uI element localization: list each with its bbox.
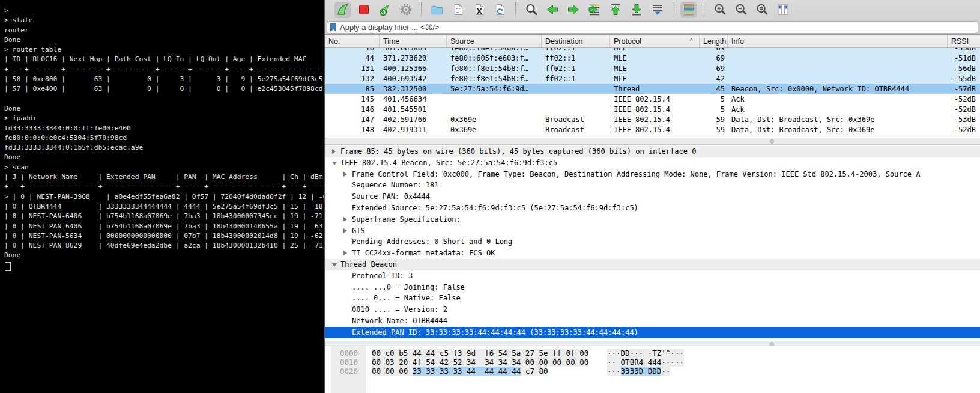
cell-time: 400.125366: [380, 64, 447, 73]
detail-row[interactable]: IEEE 802.15.4 Beacon, Src: 5e:27:5a:54:f…: [325, 157, 980, 169]
close-file-button[interactable]: [471, 2, 487, 18]
cell-source: 0x369e: [447, 126, 542, 134]
capture-start-button[interactable]: [334, 2, 351, 18]
cell-rssi: -56dB: [948, 64, 980, 73]
expand-arrow-icon[interactable]: [332, 149, 336, 154]
cell-no: 145: [325, 95, 380, 103]
reload-file-button[interactable]: [492, 2, 508, 18]
detail-row[interactable]: Pending Addresses: 0 Short and 0 Long: [325, 236, 980, 248]
zoom-in-button[interactable]: [712, 2, 728, 18]
detail-row[interactable]: Source PAN: 0x4444: [325, 191, 980, 203]
packet-row[interactable]: 131400.125366fe80::f8e1:54b8:f…ff02::1ML…: [325, 63, 980, 73]
column-header-rssi[interactable]: RSSI: [948, 35, 980, 47]
cell-time: 401.456634: [380, 95, 447, 103]
detail-row[interactable]: .... 0... = Native: False: [325, 293, 980, 304]
splitter-handle-icon[interactable]: [770, 342, 774, 346]
packet-row[interactable]: 145401.456634IEEE 802.15.45Ack-52dB: [325, 94, 980, 104]
expand-arrow-icon[interactable]: [343, 251, 347, 255]
auto-scroll-icon: [650, 2, 665, 17]
terminal-line: > scan: [4, 163, 324, 172]
ascii-bytes: ···DD··· ·TZ'^···: [607, 349, 684, 358]
detail-row[interactable]: TI CC24xx-format metadata: FCS OK: [325, 248, 980, 259]
detail-row[interactable]: Frame Control Field: 0xc000, Frame Type:…: [325, 169, 980, 180]
detail-text: Protocol ID: 3: [325, 270, 413, 282]
column-header-protocol[interactable]: Protocol^: [610, 35, 700, 47]
cell-protocol: MLE: [610, 54, 700, 62]
detail-row[interactable]: Frame 85: 45 bytes on wire (360 bits), 4…: [325, 146, 980, 157]
terminal-window[interactable]: > > state router Done > router table | I…: [0, 0, 324, 393]
cell-length: 69: [700, 48, 728, 52]
column-header-length[interactable]: Length: [700, 35, 728, 47]
cell-info: Ack: [728, 105, 948, 114]
cell-time: 371.273620: [380, 54, 447, 62]
arrow-up-icon: [608, 2, 623, 17]
detail-row[interactable]: GTS: [325, 225, 980, 237]
go-forward-button[interactable]: [565, 2, 581, 18]
open-file-button[interactable]: [429, 2, 445, 18]
folder-icon: [430, 2, 444, 17]
go-last-packet-button[interactable]: [628, 2, 644, 18]
collapse-arrow-icon[interactable]: [332, 162, 337, 165]
display-filter-input[interactable]: Apply a display filter ... <⌘/>: [327, 21, 978, 34]
zoom-out-button[interactable]: [733, 2, 749, 18]
cell-source: fe80::f8e1:54b8:f…: [447, 75, 542, 83]
ascii-bytes: ·· OTBR4 444·····: [607, 358, 684, 367]
packet-row[interactable]: 147402.5917660x369eBroadcastIEEE 802.15.…: [325, 114, 980, 124]
find-packet-button[interactable]: [523, 2, 539, 18]
terminal-line: fd33:3333:3344:0:0:ff:fe00:e400: [4, 124, 324, 133]
cell-destination: Broadcast: [542, 115, 610, 124]
column-header-source[interactable]: Source: [447, 35, 542, 47]
capture-restart-button[interactable]: [377, 2, 393, 18]
capture-stop-button[interactable]: [355, 2, 372, 18]
resize-columns-button[interactable]: [775, 2, 791, 18]
expand-arrow-icon[interactable]: [343, 172, 347, 177]
hex-row[interactable]: 0020 00 00 00 33 33 33 33 44 44 44 44 c7…: [325, 367, 980, 376]
arrow-down-icon: [629, 2, 644, 17]
packet-row[interactable]: 44371.273620fe80::605f:e603:f…ff02::1MLE…: [325, 53, 980, 63]
hex-row[interactable]: 0010 00 03 20 4f 54 42 52 34 34 34 34 00…: [325, 358, 980, 367]
column-header-time[interactable]: Time: [380, 35, 447, 47]
save-file-button[interactable]: [450, 2, 466, 18]
collapse-arrow-icon[interactable]: [332, 263, 337, 267]
detail-row[interactable]: .... ...0 = Joining: False: [325, 282, 980, 293]
hex-offset: 0020: [340, 367, 358, 376]
packet-row[interactable]: 146401.545501IEEE 802.15.45Ack-52dB: [325, 104, 980, 114]
capture-options-button[interactable]: [398, 2, 414, 18]
cell-rssi: -52dB: [948, 126, 980, 134]
detail-row[interactable]: Superframe Specification:: [325, 214, 980, 225]
cell-source: 0x369e: [447, 115, 542, 124]
detail-row[interactable]: Protocol ID: 3: [325, 270, 980, 282]
detail-text: .... 0... = Native: False: [325, 293, 461, 304]
expand-arrow-icon[interactable]: [343, 217, 347, 222]
pane-splitter[interactable]: [325, 138, 980, 145]
filter-bookmark-icon[interactable]: [330, 23, 337, 32]
zoom-reset-button[interactable]: [754, 2, 770, 18]
detail-row[interactable]: Sequence Number: 181: [325, 180, 980, 191]
column-header-destination[interactable]: Destination: [542, 35, 610, 47]
packet-row[interactable]: 132400.693542fe80::f8e1:54b8:f…ff02::1ML…: [325, 73, 980, 84]
column-header-info[interactable]: Info: [728, 35, 948, 47]
hex-row[interactable]: 0000 00 c0 b5 44 44 c5 f3 9d f6 54 5a 27…: [325, 349, 980, 358]
filter-bar: Apply a display filter ... <⌘/>: [325, 19, 980, 35]
cell-length: 45: [700, 85, 728, 93]
splitter-handle-icon[interactable]: [770, 139, 774, 144]
packet-row[interactable]: 148402.9193110x369eBroadcastIEEE 802.15.…: [325, 124, 980, 135]
go-back-button[interactable]: [544, 2, 560, 18]
go-first-packet-button[interactable]: [607, 2, 623, 18]
detail-row[interactable]: 0010 .... = Version: 2: [325, 304, 980, 315]
go-to-packet-button[interactable]: [586, 2, 602, 18]
detail-row[interactable]: Thread Beacon: [325, 259, 980, 270]
detail-row[interactable]: Network Name: OTBR4444: [325, 315, 980, 327]
pane-splitter[interactable]: [325, 341, 980, 346]
packet-row[interactable]: 16361.665863fe80::f8e1:54b8:f…ff02::1MLE…: [325, 48, 980, 53]
colorize-packets-button[interactable]: [680, 2, 697, 18]
detail-row-selected[interactable]: Extended PAN ID: 33:33:33:33:44:44:44:44…: [325, 327, 980, 338]
detail-row[interactable]: Extended Source: 5e:27:5a:54:f6:9d:f3:c5…: [325, 203, 980, 214]
auto-scroll-button[interactable]: [649, 2, 665, 18]
column-header-no[interactable]: No.: [325, 35, 380, 47]
expand-arrow-icon[interactable]: [343, 228, 347, 233]
hex-bytes: 00 c0 b5 44 44 c5 f3 9d f6 54 5a 27 5e f…: [372, 349, 588, 358]
terminal-line: | 0 | NEST-PAN-6406 | b754b1168a07069e |…: [4, 222, 324, 231]
packet-row-selected[interactable]: 85382.3125005e:27:5a:54:f6:9d…Thread45Be…: [325, 84, 980, 94]
cell-no: 131: [325, 64, 380, 73]
